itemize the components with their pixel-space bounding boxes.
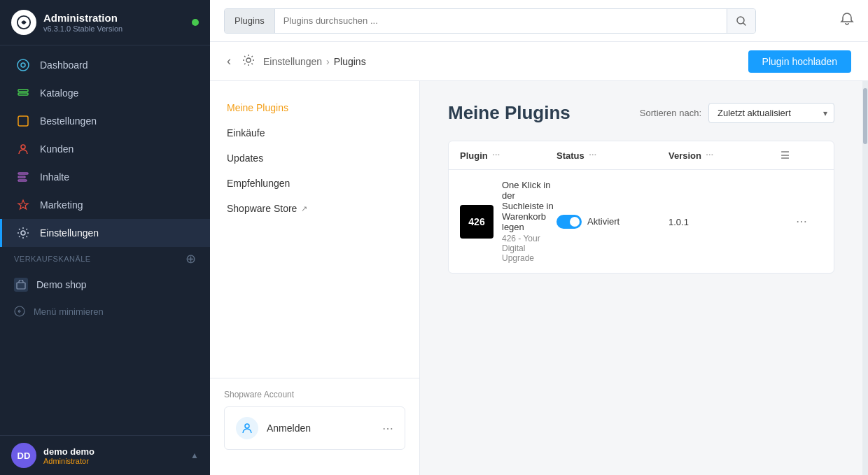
subheader: ‹ Einstellungen › Plugins Plugin hochlad… — [210, 42, 868, 81]
sort-select-wrapper: Zuletzt aktualisiert Name Version Status… — [708, 103, 834, 123]
settings-gear-icon[interactable] — [242, 54, 255, 69]
add-sales-channel-button[interactable]: ⊕ — [186, 251, 196, 267]
nav-shopware-store[interactable]: Shopware Store ↗ — [210, 196, 419, 221]
sidebar-item-label: Kataloge — [40, 87, 78, 99]
user-profile-footer[interactable]: DD demo demo Administrator ▲ — [0, 435, 210, 475]
account-login-label: Anmelden — [267, 423, 311, 434]
bestellungen-icon — [16, 114, 30, 128]
chevron-up-icon: ▲ — [190, 451, 199, 460]
nav-meine-plugins[interactable]: Meine Plugins — [210, 95, 419, 120]
column-sort-icon[interactable]: ⋯ — [589, 151, 596, 160]
upload-plugin-button[interactable]: Plugin hochladen — [748, 50, 851, 73]
breadcrumb-parent[interactable]: Einstellungen — [263, 56, 322, 67]
breadcrumb: Einstellungen › Plugins — [263, 56, 366, 67]
sidebar-item-label: Bestellungen — [40, 115, 97, 127]
svg-rect-8 — [18, 176, 25, 178]
plugin-info: One Klick in der Suchleiste in Warenkorb… — [502, 180, 556, 263]
status-text: Aktiviert — [587, 216, 620, 227]
sidebar-item-marketing[interactable]: Marketing — [0, 191, 210, 219]
sidebar-item-kataloge[interactable]: Kataloge — [0, 79, 210, 107]
app-version: v6.3.1.0 Stable Version — [43, 24, 122, 33]
demo-shop-icon — [14, 278, 28, 292]
search-input[interactable] — [275, 15, 727, 26]
nav-empfehlungen[interactable]: Empfehlungen — [210, 171, 419, 196]
account-menu-button[interactable]: ⋯ — [382, 422, 393, 435]
notification-bell-icon[interactable] — [840, 12, 854, 29]
svg-point-10 — [21, 231, 25, 235]
svg-rect-9 — [18, 180, 27, 181]
user-name: demo demo — [43, 446, 94, 457]
svg-point-14 — [246, 58, 251, 62]
column-header-actions: ☰ — [780, 150, 822, 161]
topbar: Plugins — [210, 0, 868, 42]
svg-rect-5 — [18, 116, 28, 126]
column-sort-icon[interactable]: ⋯ — [706, 151, 713, 160]
breadcrumb-separator: › — [326, 56, 330, 67]
plugin-cell: 426 One Klick in der Suchleiste in Waren… — [460, 180, 556, 263]
sidebar-item-demo-shop[interactable]: Demo shop — [0, 271, 210, 299]
einstellungen-icon — [16, 226, 30, 240]
sidebar: Administration v6.3.1.0 Stable Version D… — [0, 0, 210, 475]
svg-rect-7 — [18, 173, 28, 174]
demo-shop-label: Demo shop — [36, 279, 87, 290]
row-actions-button[interactable]: ⋯ — [780, 215, 822, 228]
status-cell: Aktiviert — [556, 215, 668, 229]
sidebar-item-label: Inhalte — [40, 171, 69, 183]
kunden-icon — [16, 142, 30, 156]
plugin-image: 426 — [460, 205, 493, 239]
content-header: Meine Plugins Sortieren nach: Zuletzt ak… — [448, 102, 834, 124]
app-title: Administration — [43, 12, 122, 24]
svg-point-15 — [245, 424, 249, 428]
status-dot — [192, 19, 199, 26]
sidebar-item-label: Einstellungen — [40, 227, 99, 239]
back-button[interactable]: ‹ — [227, 54, 231, 69]
page-title: Meine Plugins — [448, 102, 570, 124]
sidebar-item-label: Kunden — [40, 143, 74, 155]
column-header-plugin: Plugin ⋯ — [460, 150, 556, 161]
content-sidebar: Meine Plugins Einkäufe Updates Empfehlun… — [210, 81, 420, 475]
svg-rect-11 — [17, 283, 25, 289]
marketing-icon — [16, 198, 30, 212]
column-header-status: Status ⋯ — [556, 150, 668, 161]
main-content: Meine Plugins Sortieren nach: Zuletzt ak… — [420, 81, 862, 475]
table-row: 426 One Klick in der Suchleiste in Waren… — [449, 170, 834, 273]
app-title-block: Administration v6.3.1.0 Stable Version — [43, 12, 122, 33]
plugin-name: One Klick in der Suchleiste in Warenkorb… — [502, 180, 556, 232]
nav-einkauefe[interactable]: Einkäufe — [210, 120, 419, 146]
sidebar-item-bestellungen[interactable]: Bestellungen — [0, 107, 210, 135]
sidebar-item-label: Dashboard — [40, 59, 88, 71]
sidebar-item-inhalte[interactable]: Inhalte — [0, 163, 210, 191]
status-toggle[interactable] — [556, 215, 582, 229]
account-card: Anmelden ⋯ — [224, 406, 405, 450]
sidebar-item-einstellungen[interactable]: Einstellungen — [0, 219, 210, 247]
sort-select[interactable]: Zuletzt aktualisiert Name Version Status — [708, 103, 834, 123]
account-section-label: Shopware Account — [224, 390, 405, 399]
breadcrumb-current: Plugins — [334, 56, 366, 67]
sidebar-item-dashboard[interactable]: Dashboard — [0, 51, 210, 79]
table-header: Plugin ⋯ Status ⋯ Version ⋯ ☰ — [449, 141, 834, 170]
sidebar-header: Administration v6.3.1.0 Stable Version — [0, 0, 210, 45]
content-area: Meine Plugins Einkäufe Updates Empfehlun… — [210, 81, 868, 475]
sales-channels-section: Verkaufskanäle ⊕ — [0, 247, 210, 271]
user-role: Administrator — [43, 457, 94, 465]
app-logo — [11, 10, 36, 35]
svg-point-6 — [21, 145, 25, 149]
search-button[interactable] — [727, 9, 755, 33]
nav-updates[interactable]: Updates — [210, 146, 419, 171]
sidebar-item-kunden[interactable]: Kunden — [0, 135, 210, 163]
sales-channels-label: Verkaufskanäle — [14, 255, 91, 263]
avatar: DD — [11, 443, 36, 468]
inhalte-icon — [16, 170, 30, 184]
sidebar-nav: Dashboard Kataloge Bestellungen Kunden I… — [0, 45, 210, 435]
column-sort-icon[interactable]: ⋯ — [492, 151, 500, 160]
scrollbar-thumb[interactable] — [863, 88, 867, 144]
sort-label: Sortieren nach: — [640, 108, 701, 118]
minimize-menu-button[interactable]: Menü minimieren — [0, 299, 210, 324]
version-text: 1.0.1 — [668, 217, 689, 227]
scrollbar-track — [862, 81, 868, 475]
column-menu-icon[interactable]: ☰ — [780, 150, 790, 161]
kataloge-icon — [16, 86, 30, 100]
svg-point-1 — [18, 59, 29, 71]
sort-area: Sortieren nach: Zuletzt aktualisiert Nam… — [640, 103, 834, 123]
column-header-version: Version ⋯ — [668, 150, 780, 161]
